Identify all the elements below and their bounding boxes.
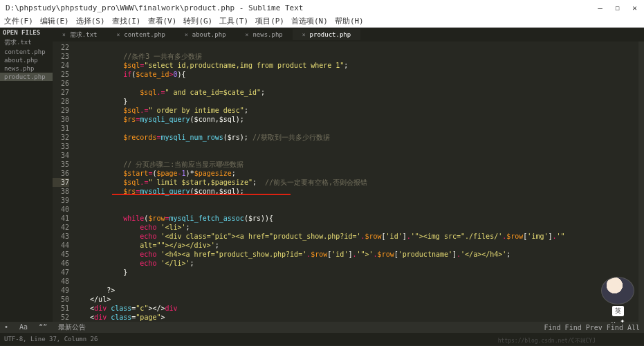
window-title: D:\phpstudy\phpstudy_pro\WWW\finalwork\p… <box>6 3 303 12</box>
open-files-header: OPEN FILES <box>0 28 53 37</box>
status-text: 最新公告 <box>58 323 86 331</box>
menu-find[interactable]: 查找(I) <box>112 16 141 26</box>
menu-view[interactable]: 查看(V) <box>148 16 177 26</box>
gutter: 2223242526272829303132333435363738394041… <box>53 42 73 322</box>
watermark: https://blog.csdn.net/C不辣CYJ <box>498 337 596 345</box>
option-case-icon[interactable]: Aa <box>19 323 28 331</box>
tab-bar: ×需求.txt ×content.php ×about.php ×news.ph… <box>53 28 644 42</box>
menu-edit[interactable]: 编辑(E) <box>40 16 69 26</box>
tab-close-icon[interactable]: × <box>117 32 120 38</box>
tab[interactable]: ×需求.txt <box>53 28 107 42</box>
sidebar-item[interactable]: content.php <box>0 48 53 56</box>
editor-wrap: ×需求.txt ×content.php ×about.php ×news.ph… <box>53 28 644 322</box>
tab-close-icon[interactable]: × <box>302 32 306 38</box>
sidebar: OPEN FILES 需求.txt content.php about.php … <box>0 28 53 322</box>
minimap[interactable] <box>638 42 644 322</box>
avatar-widget[interactable]: 英 ‥ ✦ <box>597 277 638 325</box>
tab[interactable]: ×about.php <box>175 29 236 40</box>
option-word-icon[interactable]: “” <box>39 323 47 331</box>
avatar-icon <box>601 277 634 304</box>
menu-bar: 文件(F) 编辑(E) 选择(S) 查找(I) 查看(V) 转到(G) 工具(T… <box>0 15 644 28</box>
window-controls: — ☐ ✕ <box>596 4 638 12</box>
menu-select[interactable]: 选择(S) <box>76 16 105 26</box>
menu-help[interactable]: 帮助(H) <box>335 16 364 26</box>
close-icon[interactable]: ✕ <box>631 4 638 12</box>
find-button[interactable]: Find <box>544 324 560 331</box>
sidebar-item[interactable]: 需求.txt <box>0 37 53 48</box>
avatar-tag: 英 <box>612 306 624 316</box>
menu-pref[interactable]: 首选项(N) <box>291 16 328 26</box>
menu-project[interactable]: 项目(P) <box>255 16 284 26</box>
minimize-icon[interactable]: — <box>596 4 604 12</box>
main-area: OPEN FILES 需求.txt content.php about.php … <box>0 28 644 322</box>
menu-file[interactable]: 文件(F) <box>4 16 33 26</box>
code-area[interactable]: //条件3 一共有多少数据 $sql="select id,productnam… <box>73 42 638 322</box>
tab[interactable]: ×news.php <box>236 29 293 40</box>
tab-close-icon[interactable]: × <box>246 32 249 38</box>
menu-tools[interactable]: 工具(T) <box>219 16 248 26</box>
tab[interactable]: ×content.php <box>107 29 175 40</box>
avatar-dots-icon: ‥ ✦ <box>611 316 625 325</box>
encoding-info[interactable]: UTF-8, Line 37, Column 26 <box>4 336 98 343</box>
maximize-icon[interactable]: ☐ <box>614 4 621 12</box>
editor[interactable]: 2223242526272829303132333435363738394041… <box>53 42 644 322</box>
option-regex-icon[interactable]: • <box>4 323 8 331</box>
tab-active[interactable]: ×product.php <box>293 29 360 40</box>
title-bar: D:\phpstudy\phpstudy_pro\WWW\finalwork\p… <box>0 0 644 15</box>
menu-goto[interactable]: 转到(G) <box>183 16 212 26</box>
tab-close-icon[interactable]: × <box>62 32 66 38</box>
tab-close-icon[interactable]: × <box>185 32 188 38</box>
sidebar-item[interactable]: about.php <box>0 56 53 64</box>
annotation-underline <box>112 194 291 195</box>
search-bar: • Aa “” 最新公告 Find Find Prev Find All <box>0 322 644 333</box>
sidebar-item[interactable]: news.php <box>0 64 53 73</box>
sidebar-item-active[interactable]: product.php <box>0 73 53 81</box>
